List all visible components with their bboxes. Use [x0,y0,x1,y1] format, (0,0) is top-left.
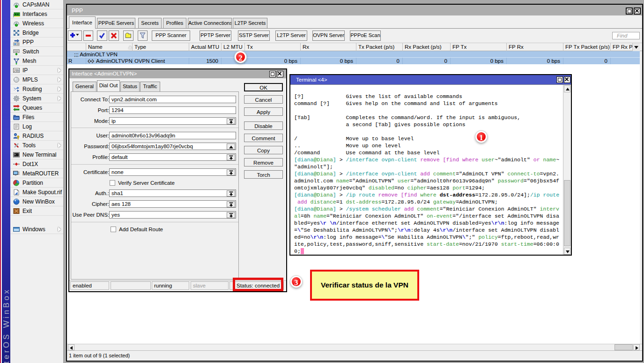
svg-text:255: 255 [14,69,19,72]
